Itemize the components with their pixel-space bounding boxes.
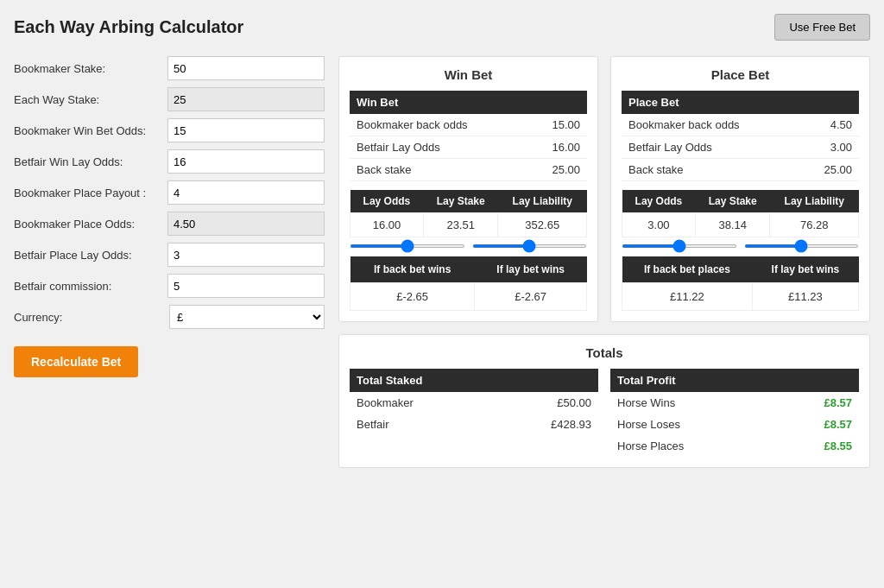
lay-table-header-row: Lay Odds Lay Stake Lay Liability bbox=[622, 190, 859, 213]
total-staked-table: Bookmaker £50.00 Betfair £428.93 bbox=[350, 392, 598, 435]
bookmaker-stake-row: Bookmaker Stake: bbox=[14, 56, 325, 80]
win-outcome-table: If back bet wins If lay bet wins £-2.65 … bbox=[350, 256, 587, 311]
bookmaker-place-odds-input[interactable] bbox=[167, 212, 325, 236]
win-betfair-lay-label: Betfair Lay Odds bbox=[350, 136, 527, 159]
win-slider-row bbox=[350, 244, 587, 248]
bet-cards-row: Win Bet Win Bet Bookmaker back odds 15.0… bbox=[338, 56, 870, 322]
bookmaker-win-odds-label: Bookmaker Win Bet Odds: bbox=[14, 124, 167, 137]
outcome-values-row: £11.22 £11.23 bbox=[622, 283, 859, 311]
place-back-odds-value: 4.50 bbox=[799, 114, 859, 136]
place-betfair-lay-value: 3.00 bbox=[799, 136, 859, 159]
place-lay-odds-header: Lay Odds bbox=[622, 190, 696, 213]
win-lay-odds-slider[interactable] bbox=[350, 244, 465, 248]
betfair-win-lay-row: Betfair Win Lay Odds: bbox=[14, 149, 325, 174]
win-back-stake-label: Back stake bbox=[350, 159, 527, 181]
staked-bookmaker-value: £50.00 bbox=[490, 392, 598, 414]
win-lay-stake-value: 23.51 bbox=[423, 213, 498, 237]
currency-row: Currency: £ $ € bbox=[14, 305, 325, 329]
totals-card: Totals Total Staked Bookmaker £50.00 Bet… bbox=[338, 334, 870, 468]
place-lay-stake-value: 38.14 bbox=[695, 213, 770, 237]
profit-horse-loses-label: Horse Loses bbox=[610, 414, 774, 435]
each-way-stake-label: Each Way Stake: bbox=[14, 93, 167, 106]
win-bet-header: Win Bet bbox=[350, 91, 587, 114]
place-lay-wins-header: If lay bet wins bbox=[752, 256, 858, 283]
total-profit-section: Total Profit Horse Wins £8.57 Horse Lose… bbox=[610, 369, 859, 457]
place-bet-card: Place Bet Place Bet Bookmaker back odds … bbox=[610, 56, 870, 322]
place-bet-card-title: Place Bet bbox=[622, 67, 859, 82]
betfair-commission-label: Betfair commission: bbox=[14, 280, 167, 293]
table-row: Bookmaker £50.00 bbox=[350, 392, 598, 414]
table-row: Betfair Lay Odds 16.00 bbox=[350, 136, 587, 159]
each-way-stake-input[interactable] bbox=[167, 87, 325, 111]
total-staked-section: Total Staked Bookmaker £50.00 Betfair £4… bbox=[350, 369, 598, 457]
place-betfair-lay-label: Betfair Lay Odds bbox=[622, 136, 799, 159]
place-lay-stake-header: Lay Stake bbox=[695, 190, 770, 213]
totals-title: Totals bbox=[350, 345, 859, 360]
table-row: Back stake 25.00 bbox=[350, 159, 587, 181]
bookmaker-stake-input[interactable] bbox=[167, 56, 325, 80]
win-lay-stake-slider[interactable] bbox=[472, 244, 588, 248]
place-lay-wins-value: £11.23 bbox=[752, 283, 858, 311]
table-row: Back stake 25.00 bbox=[622, 159, 859, 181]
place-back-places-header: If back bet places bbox=[622, 256, 753, 283]
place-outcome-table: If back bet places If lay bet wins £11.2… bbox=[622, 256, 859, 311]
win-lay-stake-header: Lay Stake bbox=[423, 190, 498, 213]
outcome-header-row: If back bet places If lay bet wins bbox=[622, 256, 859, 283]
profit-horse-places-label: Horse Places bbox=[610, 435, 774, 457]
total-profit-table: Horse Wins £8.57 Horse Loses £8.57 Horse… bbox=[610, 392, 859, 457]
profit-horse-wins-label: Horse Wins bbox=[610, 392, 774, 414]
recalculate-button[interactable]: Recalculate Bet bbox=[14, 346, 138, 377]
table-row: Betfair Lay Odds 3.00 bbox=[622, 136, 859, 159]
betfair-win-lay-input[interactable] bbox=[167, 149, 325, 174]
place-lay-liability-value: 76.28 bbox=[770, 213, 859, 237]
win-back-stake-value: 25.00 bbox=[527, 159, 587, 181]
profit-horse-places-value: £8.55 bbox=[774, 435, 859, 457]
currency-select[interactable]: £ $ € bbox=[169, 305, 325, 329]
each-way-stake-row: Each Way Stake: bbox=[14, 87, 325, 111]
place-lay-liability-header: Lay Liability bbox=[770, 190, 859, 213]
table-row: Bookmaker back odds 4.50 bbox=[622, 114, 859, 136]
place-lay-stake-slider[interactable] bbox=[744, 244, 860, 248]
win-back-wins-header: If back bet wins bbox=[350, 256, 475, 283]
win-lay-liability-value: 352.65 bbox=[498, 213, 587, 237]
currency-label: Currency: bbox=[14, 311, 169, 324]
total-staked-header: Total Staked bbox=[350, 369, 598, 392]
win-lay-wins-header: If lay bet wins bbox=[475, 256, 587, 283]
win-back-wins-value: £-2.65 bbox=[350, 283, 475, 311]
bookmaker-win-odds-input[interactable] bbox=[167, 118, 325, 142]
right-panel: Win Bet Win Bet Bookmaker back odds 15.0… bbox=[338, 56, 870, 468]
place-lay-odds-slider[interactable] bbox=[622, 244, 737, 248]
place-slider-row bbox=[622, 244, 859, 248]
betfair-place-lay-label: Betfair Place Lay Odds: bbox=[14, 249, 167, 262]
win-lay-wins-value: £-2.67 bbox=[475, 283, 587, 311]
outcome-values-row: £-2.65 £-2.67 bbox=[350, 283, 587, 311]
profit-horse-wins-value: £8.57 bbox=[774, 392, 859, 414]
place-back-stake-value: 25.00 bbox=[799, 159, 859, 181]
table-row: Betfair £428.93 bbox=[350, 414, 598, 435]
place-lay-odds-value: 3.00 bbox=[622, 213, 696, 237]
staked-betfair-label: Betfair bbox=[350, 414, 490, 435]
win-bet-card-title: Win Bet bbox=[350, 67, 587, 82]
place-back-places-value: £11.22 bbox=[622, 283, 753, 311]
win-betfair-lay-value: 16.00 bbox=[527, 136, 587, 159]
bookmaker-place-payout-input[interactable] bbox=[167, 180, 325, 205]
betfair-place-lay-input[interactable] bbox=[167, 243, 325, 267]
win-bet-card: Win Bet Win Bet Bookmaker back odds 15.0… bbox=[338, 56, 598, 322]
bookmaker-stake-label: Bookmaker Stake: bbox=[14, 62, 167, 75]
win-lay-liability-header: Lay Liability bbox=[498, 190, 587, 213]
left-panel: Bookmaker Stake: Each Way Stake: Bookmak… bbox=[14, 56, 325, 468]
betfair-place-lay-row: Betfair Place Lay Odds: bbox=[14, 243, 325, 267]
use-free-bet-button[interactable]: Use Free Bet bbox=[774, 14, 870, 41]
betfair-commission-input[interactable] bbox=[167, 274, 325, 298]
win-back-odds-label: Bookmaker back odds bbox=[350, 114, 527, 136]
win-bet-info-table: Bookmaker back odds 15.00 Betfair Lay Od… bbox=[350, 114, 587, 181]
place-bet-info-table: Bookmaker back odds 4.50 Betfair Lay Odd… bbox=[622, 114, 859, 181]
outcome-header-row: If back bet wins If lay bet wins bbox=[350, 256, 587, 283]
staked-betfair-value: £428.93 bbox=[490, 414, 598, 435]
place-lay-table: Lay Odds Lay Stake Lay Liability 3.00 38… bbox=[622, 190, 859, 237]
betfair-win-lay-label: Betfair Win Lay Odds: bbox=[14, 155, 167, 168]
place-back-stake-label: Back stake bbox=[622, 159, 799, 181]
bookmaker-place-odds-label: Bookmaker Place Odds: bbox=[14, 218, 167, 231]
table-row: Horse Places £8.55 bbox=[610, 435, 859, 457]
bookmaker-place-payout-row: Bookmaker Place Payout : bbox=[14, 180, 325, 205]
